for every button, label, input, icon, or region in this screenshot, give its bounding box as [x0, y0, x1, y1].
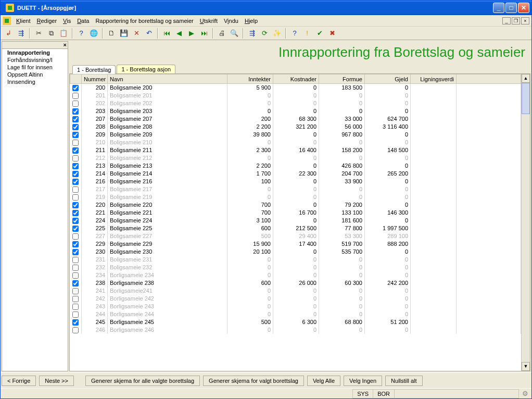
row-checkbox[interactable]	[72, 186, 79, 193]
row-checkbox[interactable]	[72, 194, 79, 201]
row-checkbox[interactable]	[72, 147, 79, 154]
prev-button[interactable]: < Forrige	[2, 376, 36, 386]
table-row[interactable]: 229Boligsameie 22915 90017 400519 700888…	[70, 240, 521, 248]
menu-klient[interactable]: Klient	[13, 17, 34, 25]
table-row[interactable]: 232Boligsameie 2320000	[70, 264, 521, 271]
table-row[interactable]: 230Boligsameie 23020 1000535 7000	[70, 248, 521, 256]
row-checkbox[interactable]	[72, 85, 79, 91]
table-row[interactable]: 207Boligsameie 20720068 30033 000624 700	[70, 115, 521, 123]
row-checkbox[interactable]	[72, 257, 79, 263]
close-button[interactable]: ✕	[518, 3, 529, 13]
row-checkbox[interactable]	[72, 155, 79, 161]
table-row[interactable]: 219Boligsameie 2190000	[70, 193, 521, 201]
row-checkbox[interactable]	[72, 288, 79, 294]
col-header-formue[interactable]: Formue	[319, 74, 365, 84]
row-checkbox[interactable]	[72, 101, 79, 107]
toolbar-warning-icon[interactable]: !	[301, 28, 313, 39]
table-row[interactable]: 245Borligsameie 2455006 30068 80051 200	[70, 318, 521, 326]
table-row[interactable]: 238Borligsameie 23860026 00060 300242 20…	[70, 279, 521, 287]
menu-rapportering[interactable]: Rapportering for borettslag og sameier	[92, 17, 196, 25]
col-header-navn[interactable]: Navn	[108, 74, 227, 84]
table-row[interactable]: 201Boligsameie 2010000	[70, 92, 521, 99]
data-grid[interactable]: Nummer Navn Inntekter Kostnader Formue G…	[70, 74, 521, 371]
row-checkbox[interactable]	[72, 319, 79, 326]
table-row[interactable]: 231Boligsameie 2310000	[70, 256, 521, 264]
row-checkbox[interactable]	[72, 304, 79, 310]
toolbar-hierarchy-icon[interactable]: ⇶	[246, 28, 258, 39]
col-header-inntekter[interactable]: Inntekter	[227, 74, 273, 84]
table-row[interactable]: 224Boligsameie 2243 1000181 6000	[70, 217, 521, 225]
row-checkbox[interactable]	[72, 296, 79, 302]
toolbar-exit-icon[interactable]: ↲	[3, 28, 14, 39]
table-row[interactable]: 211Boligsameie 2112 30016 400158 200148 …	[70, 146, 521, 154]
generate-selected-button[interactable]: Generer skjema for valgt borettslag	[203, 376, 304, 386]
col-header-ligningsverdi[interactable]: Ligningsverdi	[411, 74, 457, 84]
toolbar-about-icon[interactable]: 🌐	[88, 28, 99, 39]
tab-borettslag-1[interactable]: 1 - Borettslag	[72, 65, 116, 74]
row-checkbox[interactable]	[72, 116, 79, 122]
table-row[interactable]: 225Boligsameie 225600212 50077 8001 997 …	[70, 225, 521, 232]
row-checkbox[interactable]	[72, 202, 79, 208]
table-row[interactable]: 208Boligsameie 2082 200321 20056 0003 11…	[70, 123, 521, 131]
row-checkbox[interactable]	[72, 218, 79, 224]
sidebar-item-1[interactable]: Forhåndsvisning/I	[2, 56, 68, 64]
row-checkbox[interactable]	[72, 210, 79, 216]
sidebar-item-4[interactable]: Innsending	[2, 78, 68, 85]
maximize-button[interactable]: □	[505, 3, 517, 13]
table-row[interactable]: 216Boligsameie 216100033 9000	[70, 178, 521, 185]
toolbar-cancel-icon[interactable]: ✖	[326, 28, 338, 39]
row-checkbox[interactable]	[72, 241, 79, 247]
row-checkbox[interactable]	[72, 265, 79, 271]
sidebar-item-3[interactable]: Oppsett Altinn	[2, 71, 68, 78]
toolbar-next-icon[interactable]: ▶	[186, 28, 197, 39]
toolbar-preview-icon[interactable]: 🔍	[229, 28, 240, 39]
scroll-down-icon[interactable]: ▼	[522, 362, 530, 371]
row-checkbox[interactable]	[72, 280, 79, 286]
row-checkbox[interactable]	[72, 108, 79, 115]
toolbar-new-icon[interactable]: 🗋	[106, 28, 117, 39]
mdi-minimize-button[interactable]: _	[502, 17, 511, 24]
toolbar-check-icon[interactable]: ✔	[314, 28, 325, 39]
generate-all-button[interactable]: Generer skjema for alle valgte borettsla…	[85, 376, 200, 386]
menu-vindu[interactable]: Vindu	[221, 17, 242, 25]
scroll-thumb[interactable]	[522, 83, 530, 114]
table-row[interactable]: 241Borligsameie2410000	[70, 287, 521, 295]
toolbar-refresh-icon[interactable]: ⟳	[259, 28, 270, 39]
row-checkbox[interactable]	[72, 249, 79, 255]
menu-utskrift[interactable]: Utskrift	[197, 17, 221, 25]
table-row[interactable]: 203Boligsameie 2030000	[70, 107, 521, 115]
table-row[interactable]: 242Borligsameie 2420000	[70, 295, 521, 303]
col-header-check[interactable]	[70, 74, 82, 84]
sidebar-close-button[interactable]: ×	[2, 42, 68, 49]
row-checkbox[interactable]	[72, 124, 79, 130]
row-checkbox[interactable]	[72, 327, 79, 333]
minimize-button[interactable]: _	[493, 3, 504, 13]
row-checkbox[interactable]	[72, 311, 79, 318]
table-row[interactable]: 214Boligsameie 2141 70022 300204 700265 …	[70, 170, 521, 178]
sidebar-item-0[interactable]: Innrapportering	[2, 49, 68, 56]
toolbar-save-icon[interactable]: 💾	[118, 28, 130, 39]
table-row[interactable]: 227Boligsameie 22750029 40053 300289 100	[70, 232, 521, 240]
menu-rediger[interactable]: Rediger	[34, 17, 60, 25]
table-row[interactable]: 220Boligsameie 220700079 2000	[70, 201, 521, 209]
col-header-gjeld[interactable]: Gjeld	[365, 74, 411, 84]
table-row[interactable]: 244Borligsameie 2440000	[70, 310, 521, 318]
table-row[interactable]: 221Boligsameie 22170016 700133 100146 30…	[70, 209, 521, 217]
toolbar-sparkle-icon[interactable]: ✨	[271, 28, 283, 39]
toolbar-last-icon[interactable]: ⏭	[198, 28, 210, 39]
next-button[interactable]: Neste >>	[39, 376, 74, 386]
menu-hjelp[interactable]: Hjelp	[242, 17, 261, 25]
reset-button[interactable]: Nullstill alt	[385, 376, 423, 386]
row-checkbox[interactable]	[72, 140, 79, 146]
toolbar-question-icon[interactable]: ?	[289, 28, 300, 39]
toolbar-undo-icon[interactable]: ↶	[143, 28, 155, 39]
col-header-nummer[interactable]: Nummer	[82, 74, 108, 84]
toolbar-copy-icon[interactable]: ⧉	[45, 28, 57, 39]
row-checkbox[interactable]	[72, 132, 79, 138]
table-row[interactable]: 213Boligsameie 2132 2000426 8000	[70, 162, 521, 170]
scroll-up-icon[interactable]: ▲	[522, 74, 530, 83]
select-none-button[interactable]: Velg Ingen	[344, 376, 382, 386]
table-row[interactable]: 246Borligsameie 2460000	[70, 326, 521, 334]
table-row[interactable]: 234Borligsameie 2340000	[70, 271, 521, 279]
toolbar-paste-icon[interactable]: 📋	[58, 28, 69, 39]
